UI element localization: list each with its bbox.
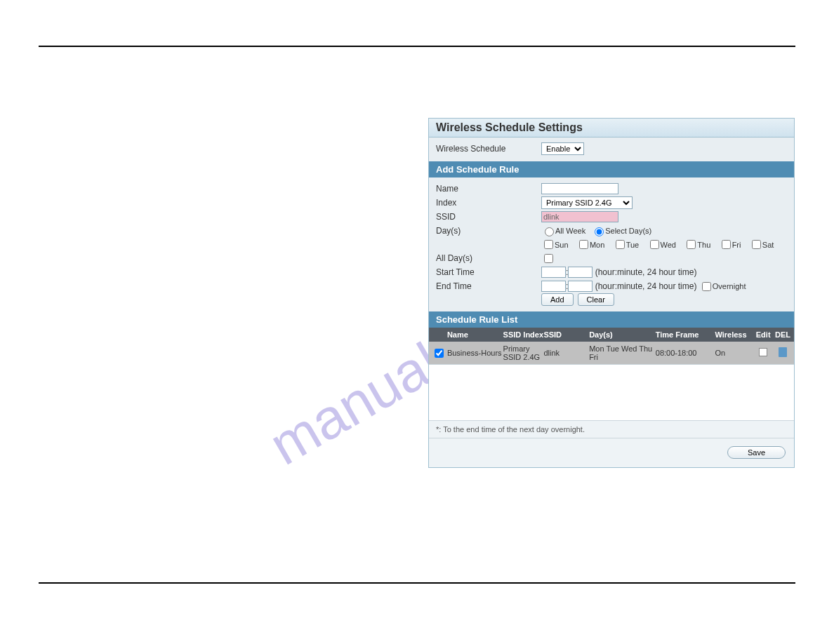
start-min-input[interactable] (568, 267, 593, 278)
day-tue-label: Tue (626, 241, 640, 249)
name-input[interactable] (541, 183, 618, 194)
list-footnote: *: To the end time of the next day overn… (429, 420, 794, 438)
day-sat-label: Sat (762, 241, 774, 249)
th-days: Day(s) (589, 330, 656, 339)
allweek-label: All Week (555, 227, 585, 235)
alldays-label: All Day(s) (436, 251, 541, 265)
th-ssid: SSID (543, 330, 589, 339)
divider-bottom (39, 582, 795, 584)
name-label: Name (436, 182, 541, 196)
th-edit: Edit (753, 330, 773, 339)
save-button[interactable]: Save (727, 446, 786, 459)
th-del: DEL (773, 330, 793, 339)
start-hour-input[interactable] (541, 267, 566, 278)
cell-wireless: On (715, 349, 753, 357)
settings-panel: Wireless Schedule Settings Wireless Sche… (428, 118, 795, 468)
index-select[interactable]: Primary SSID 2.4G (541, 196, 633, 209)
table-header: Name SSID Index SSID Day(s) Time Frame W… (429, 328, 794, 342)
start-hint: (hour:minute, 24 hour time) (595, 267, 697, 277)
cell-ssid: dlink (543, 349, 589, 357)
edit-icon[interactable] (759, 348, 767, 356)
day-thu-label: Thu (697, 241, 710, 249)
panel-title: Wireless Schedule Settings (429, 119, 794, 137)
table-row: Business-Hours Primary SSID 2.4G dlink M… (429, 342, 794, 364)
divider-top (39, 46, 795, 47)
th-wireless: Wireless (715, 330, 753, 339)
cell-days: Mon Tue Wed Thu Fri (589, 344, 656, 361)
ssid-input[interactable] (541, 211, 618, 222)
selectdays-radio[interactable] (595, 227, 604, 236)
allweek-radio[interactable] (545, 227, 554, 236)
day-sat-checkbox[interactable] (752, 240, 761, 249)
day-wed-label: Wed (661, 241, 676, 249)
day-wed-checkbox[interactable] (650, 240, 659, 249)
clear-button[interactable]: Clear (578, 293, 614, 306)
wireless-schedule-select[interactable]: Enable (541, 142, 584, 155)
day-mon-label: Mon (590, 241, 604, 249)
cell-name: Business-Hours (447, 349, 503, 357)
cell-ssid-index: Primary SSID 2.4G (503, 344, 544, 361)
th-name: Name (447, 330, 503, 339)
end-min-input[interactable] (568, 281, 593, 292)
rule-list-heading: Schedule Rule List (429, 311, 794, 328)
selectdays-label: Select Day(s) (605, 227, 651, 235)
day-fri-checkbox[interactable] (722, 240, 731, 249)
endtime-label: End Time (436, 279, 541, 293)
overnight-label: Overnight (713, 282, 746, 290)
day-sun-checkbox[interactable] (544, 240, 553, 249)
overnight-checkbox[interactable] (702, 282, 711, 291)
day-sun-label: Sun (555, 241, 569, 249)
day-thu-checkbox[interactable] (687, 240, 696, 249)
day-tue-checkbox[interactable] (616, 240, 625, 249)
alldays-checkbox[interactable] (544, 254, 553, 263)
cell-timeframe: 08:00-18:00 (656, 349, 715, 357)
row-checkbox[interactable] (435, 349, 444, 358)
list-empty-area (429, 364, 794, 420)
add-rule-heading: Add Schedule Rule (429, 161, 794, 177)
th-ssid-index: SSID Index (503, 330, 544, 339)
day-mon-checkbox[interactable] (579, 240, 588, 249)
delete-icon[interactable] (779, 347, 787, 357)
day-fri-label: Fri (732, 241, 741, 249)
days-label: Day(s) (436, 224, 541, 238)
end-hint: (hour:minute, 24 hour time) (595, 281, 697, 291)
th-timeframe: Time Frame (656, 330, 715, 339)
starttime-label: Start Time (436, 265, 541, 279)
index-label: Index (436, 196, 541, 210)
end-hour-input[interactable] (541, 281, 566, 292)
wireless-schedule-label: Wireless Schedule (436, 142, 541, 156)
ssid-label: SSID (436, 210, 541, 224)
add-button[interactable]: Add (541, 293, 574, 306)
